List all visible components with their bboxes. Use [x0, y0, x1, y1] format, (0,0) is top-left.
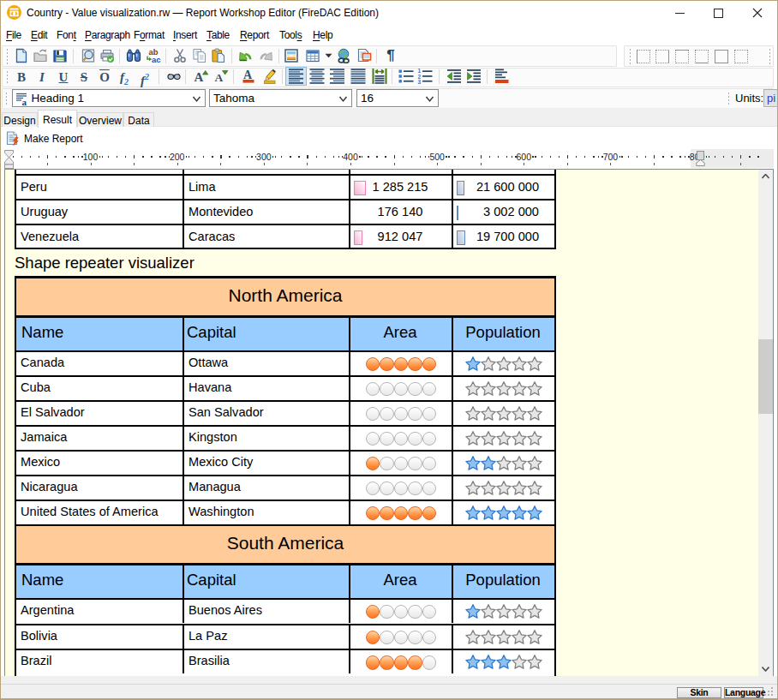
svg-text:3: 3: [418, 79, 422, 85]
svg-text:A: A: [214, 71, 223, 84]
svg-text:A: A: [243, 69, 253, 81]
svg-text:ac: ac: [152, 55, 161, 63]
svg-text:a: a: [21, 96, 27, 105]
svg-text:A: A: [194, 70, 204, 84]
